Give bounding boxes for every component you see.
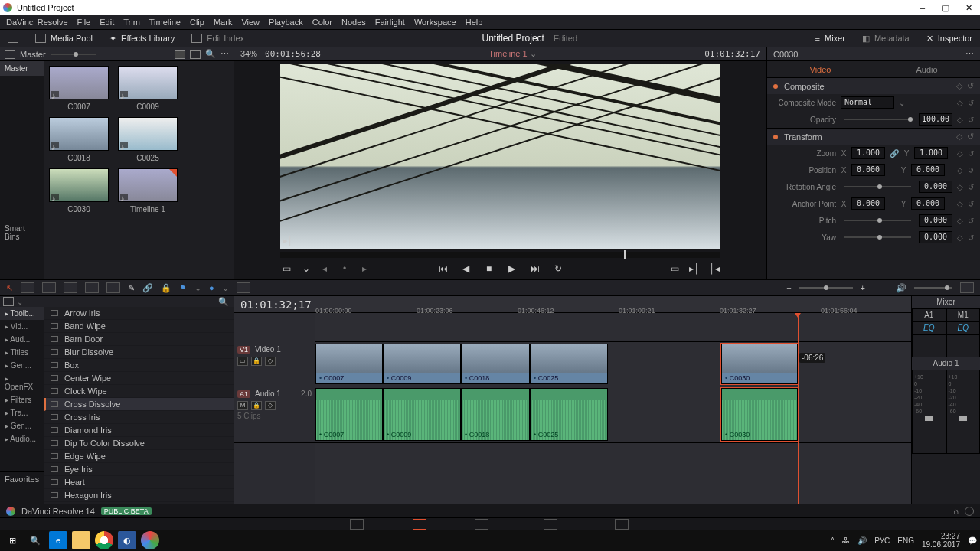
stop-button[interactable]: ■ (483, 263, 495, 274)
inspector-tab-audio[interactable]: Audio (874, 61, 980, 77)
audio-track-head[interactable]: A1Audio 12.0 M🔒◇ 5 Clips (234, 386, 315, 443)
link-icon[interactable]: 🔗 (890, 149, 899, 158)
reset-icon[interactable]: ↺ (967, 81, 974, 91)
timeline-audio-clip[interactable]: • C0025 (530, 388, 608, 441)
link-tool-icon[interactable]: 🔗 (142, 283, 153, 293)
step-back-button[interactable]: ◀ (460, 263, 472, 274)
start-button[interactable]: ⊞ (3, 531, 21, 549)
search-icon[interactable]: 🔍 (205, 49, 216, 59)
fx-category[interactable]: ▸ Tra... (0, 406, 44, 419)
tray-lang[interactable]: РУС (874, 536, 890, 545)
composite-mode-select[interactable]: Normal (841, 96, 894, 109)
menu-file[interactable]: File (77, 18, 91, 27)
prev-edit-icon[interactable]: ◂ (318, 263, 331, 274)
timeline-zoom-slider[interactable] (799, 287, 853, 289)
menu-mark[interactable]: Mark (214, 18, 232, 27)
video-track-head[interactable]: V1Video 1 ▭🔒◇ (234, 342, 315, 386)
timeline-audio-clip[interactable]: • C0009 (383, 388, 461, 441)
zoom-in-icon[interactable]: + (861, 283, 865, 292)
bin-master[interactable]: Master (0, 61, 44, 76)
viewer-canvas[interactable]: ▸│ (280, 64, 720, 249)
fx-item[interactable]: Clock Wipe (44, 385, 234, 398)
section-transform[interactable]: Transform (784, 132, 822, 142)
fx-item[interactable]: Non-Additive Dissolve (44, 502, 234, 504)
zoom-x-input[interactable]: 1.000 (851, 147, 885, 159)
timeline-name[interactable]: Timeline 1 ⌄ (488, 49, 536, 59)
fx-item[interactable]: Cross Dissolve (44, 398, 234, 411)
fx-item[interactable]: Center Wipe (44, 372, 234, 385)
timeline-audio-clip[interactable]: • C0030 (721, 388, 798, 441)
fx-category[interactable]: ▸ Filters (0, 393, 44, 406)
last-frame-button[interactable]: ⏭ (529, 263, 541, 274)
play-reverse-icon[interactable]: • (338, 263, 351, 274)
section-composite[interactable]: Composite (784, 82, 825, 91)
timeline-video-clip[interactable]: C0018 (461, 344, 530, 384)
fx-category[interactable]: ▸ OpenFX (0, 372, 44, 393)
pos-x-input[interactable]: 0.000 (851, 164, 885, 176)
tray-network-icon[interactable]: 🖧 (842, 536, 850, 545)
home-icon[interactable]: ⌂ (953, 507, 959, 516)
fader-m1[interactable]: +100-10-20-40-60 (946, 370, 981, 454)
options-icon[interactable]: ⋯ (965, 49, 974, 59)
arrow-tool-icon[interactable]: ↖ (6, 283, 13, 293)
tray-volume-icon[interactable]: 🔊 (858, 536, 867, 545)
layout-button[interactable] (6, 32, 20, 44)
play-button[interactable]: ▶ (506, 263, 518, 274)
fx-item[interactable]: Barn Door (44, 333, 234, 346)
fx-item[interactable]: Box (44, 359, 234, 372)
dim-button[interactable] (960, 282, 974, 293)
menu-view[interactable]: View (241, 18, 260, 27)
fx-item[interactable]: Band Wipe (44, 320, 234, 333)
insert-tool[interactable] (21, 282, 34, 293)
menu-nodes[interactable]: Nodes (341, 18, 366, 27)
fx-item[interactable]: Dip To Color Dissolve (44, 437, 234, 450)
replace-tool[interactable] (64, 282, 77, 293)
bin-icon[interactable] (5, 50, 15, 59)
list-icon[interactable] (3, 297, 14, 306)
inspector-toggle[interactable]: ✕Inspector (925, 32, 974, 45)
fx-item[interactable]: Cross Iris (44, 411, 234, 424)
next-edit-icon[interactable]: ▸ (358, 263, 371, 274)
blade-tool-icon[interactable]: ✎ (128, 283, 135, 293)
list-view-icon[interactable] (190, 50, 201, 59)
anchor-y-input[interactable]: 0.000 (911, 197, 945, 210)
timeline-video-clip[interactable]: C0030 (721, 344, 798, 384)
timeline-video-clip[interactable]: C0007 (315, 344, 383, 384)
fx-category[interactable]: ▸ Aud... (0, 333, 44, 346)
crop-icon[interactable]: ▭ (280, 263, 292, 274)
viewer-scrubber[interactable] (280, 252, 720, 258)
clip-thumb[interactable]: ♪C0007 (49, 66, 109, 111)
fx-category[interactable]: ▸ Vid... (0, 320, 44, 333)
menu-workspace[interactable]: Workspace (414, 18, 456, 27)
menu-timeline[interactable]: Timeline (149, 18, 181, 27)
volume-icon[interactable]: 🔊 (896, 283, 906, 293)
volume-slider[interactable] (914, 287, 952, 289)
opacity-input[interactable]: 100.00 (919, 113, 952, 126)
tray-clock[interactable]: 23:2719.06.2017 (922, 532, 960, 549)
tray-chevron-icon[interactable]: ˄ (831, 536, 835, 545)
fx-category[interactable]: ▸ Gen... (0, 419, 44, 432)
marker-icon[interactable]: ● (209, 283, 214, 292)
grid-view-icon[interactable] (175, 50, 185, 59)
window-close-button[interactable] (957, 0, 980, 15)
app-icon[interactable]: ◐ (118, 531, 136, 549)
clip-thumb[interactable]: ♪C0025 (118, 117, 178, 162)
next-clip-icon[interactable]: ▸│ (688, 263, 701, 274)
keyframe-icon[interactable]: ◇ (956, 81, 962, 91)
options-icon[interactable]: ⋯ (220, 49, 229, 59)
match-frame-icon[interactable]: ▭ (668, 263, 681, 274)
yaw-input[interactable]: 0.000 (919, 231, 952, 243)
zoom-y-input[interactable]: 1.000 (914, 147, 948, 159)
zoom-out-icon[interactable]: − (786, 283, 791, 292)
anchor-x-input[interactable]: 0.000 (851, 197, 885, 210)
tray-notifications-icon[interactable]: 💬 (968, 536, 977, 545)
effects-library-toggle[interactable]: ✦Effects Library (108, 32, 176, 45)
fx-item[interactable]: Hexagon Iris (44, 489, 234, 502)
fx-category[interactable]: ▸ Gen... (0, 359, 44, 372)
clip-thumb[interactable]: ♪C0030 (49, 168, 109, 214)
inspector-tab-video[interactable]: Video (767, 61, 874, 77)
search-button[interactable]: 🔍 (26, 531, 44, 549)
edit-index-toggle[interactable]: Edit Index (190, 32, 246, 44)
menu-edit[interactable]: Edit (100, 18, 114, 27)
search-icon[interactable]: 🔍 (218, 297, 229, 307)
